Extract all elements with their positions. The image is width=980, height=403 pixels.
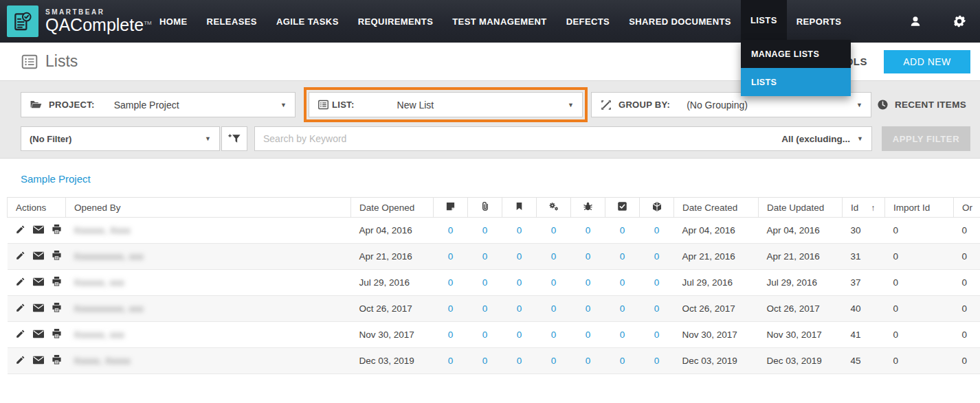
gear-icon[interactable]: [953, 14, 966, 28]
count-link[interactable]: 0: [448, 225, 454, 235]
column-paperclip-icon[interactable]: [468, 198, 502, 218]
nav-item-reports[interactable]: REPORTS: [787, 0, 851, 43]
count-link[interactable]: 0: [448, 356, 454, 366]
print-icon[interactable]: [52, 277, 62, 288]
email-icon[interactable]: [33, 225, 44, 236]
column-note-icon[interactable]: [434, 198, 468, 218]
nav-item-home[interactable]: HOME: [150, 0, 197, 43]
column-header-date-updated[interactable]: Date Updated: [759, 198, 843, 218]
print-icon[interactable]: [52, 251, 62, 262]
filter-dropdown[interactable]: (No Filter) ▼: [21, 126, 220, 151]
edit-icon[interactable]: [16, 303, 25, 314]
count-link[interactable]: 0: [517, 225, 522, 235]
count-link[interactable]: 0: [586, 251, 591, 262]
count-link[interactable]: 0: [620, 303, 625, 314]
count-link[interactable]: 0: [620, 330, 625, 340]
column-cube-icon[interactable]: [640, 198, 674, 218]
add-filter-button[interactable]: [221, 126, 247, 151]
count-link[interactable]: 0: [620, 277, 625, 288]
count-link[interactable]: 0: [517, 277, 522, 288]
count-link[interactable]: 0: [586, 303, 591, 314]
count-link[interactable]: 0: [448, 303, 454, 314]
email-icon[interactable]: [33, 277, 44, 288]
recent-items-button[interactable]: RECENT ITEMS: [877, 99, 970, 111]
menu-item-manage-lists[interactable]: MANAGE LISTS: [741, 40, 851, 68]
column-header-opened-by[interactable]: Opened By: [66, 198, 351, 218]
count-link[interactable]: 0: [517, 251, 522, 262]
project-group-link[interactable]: Sample Project: [21, 173, 91, 185]
count-link[interactable]: 0: [551, 356, 557, 366]
count-link[interactable]: 0: [448, 251, 454, 262]
column-header-date-opened[interactable]: Date Opened↑: [351, 198, 434, 218]
count-link[interactable]: 0: [551, 225, 557, 235]
opened-by-redacted: Xxxxxx, xxx: [66, 270, 351, 296]
email-icon[interactable]: [33, 356, 44, 367]
count-link[interactable]: 0: [620, 251, 625, 262]
edit-icon[interactable]: [16, 329, 25, 341]
apply-filter-button[interactable]: APPLY FILTER: [882, 126, 970, 151]
count-link[interactable]: 0: [448, 277, 454, 288]
count-link[interactable]: 0: [586, 277, 591, 288]
count-link[interactable]: 0: [482, 356, 488, 366]
column-header-actions[interactable]: Actions: [8, 198, 66, 218]
print-icon[interactable]: [52, 329, 62, 341]
count-link[interactable]: 0: [654, 251, 660, 262]
count-link[interactable]: 0: [654, 277, 660, 288]
list-dropdown[interactable]: LIST: New List ▼: [309, 92, 583, 117]
count-link[interactable]: 0: [517, 303, 522, 314]
count-link[interactable]: 0: [654, 356, 660, 366]
column-bookmark-icon[interactable]: [502, 198, 537, 218]
column-bug-icon[interactable]: [571, 198, 605, 218]
email-icon[interactable]: [33, 330, 44, 341]
count-link[interactable]: 0: [482, 330, 488, 340]
count-link[interactable]: 0: [482, 303, 488, 314]
count-link[interactable]: 0: [654, 330, 660, 340]
count-link[interactable]: 0: [620, 225, 625, 235]
edit-icon[interactable]: [16, 224, 25, 236]
nav-item-shared-documents[interactable]: SHARED DOCUMENTS: [619, 0, 741, 43]
count-link[interactable]: 0: [482, 277, 488, 288]
print-icon[interactable]: [52, 355, 62, 367]
count-link[interactable]: 0: [586, 225, 591, 235]
count-link[interactable]: 0: [551, 277, 557, 288]
print-icon[interactable]: [52, 303, 62, 314]
count-link[interactable]: 0: [448, 330, 454, 340]
count-link[interactable]: 0: [517, 330, 522, 340]
column-gears-icon[interactable]: [537, 198, 571, 218]
edit-icon[interactable]: [16, 355, 25, 367]
search-input[interactable]: [263, 133, 781, 144]
menu-item-lists[interactable]: LISTS: [741, 68, 851, 96]
project-dropdown[interactable]: PROJECT: Sample Project ▼: [21, 92, 296, 117]
add-new-button[interactable]: ADD NEW: [884, 50, 970, 73]
nav-item-releases[interactable]: RELEASES: [197, 0, 267, 43]
nav-item-agile-tasks[interactable]: AGILE TASKS: [267, 0, 348, 43]
print-icon[interactable]: [52, 224, 62, 236]
edit-icon[interactable]: [16, 251, 25, 262]
column-header-id[interactable]: Id↑: [843, 198, 885, 218]
count-link[interactable]: 0: [586, 356, 591, 366]
column-check-square-icon[interactable]: [605, 198, 640, 218]
nav-item-test-management[interactable]: TEST MANAGEMENT: [443, 0, 556, 43]
count-link[interactable]: 0: [551, 251, 557, 262]
column-header-date-created[interactable]: Date Created: [674, 198, 759, 218]
count-link[interactable]: 0: [654, 303, 660, 314]
count-link[interactable]: 0: [482, 251, 488, 262]
count-link[interactable]: 0: [551, 303, 557, 314]
count-link[interactable]: 0: [517, 356, 522, 366]
column-header-or[interactable]: Or: [954, 198, 980, 218]
count-link[interactable]: 0: [586, 330, 591, 340]
nav-item-lists[interactable]: LISTSMANAGE LISTSLISTS: [741, 0, 787, 43]
nav-item-requirements[interactable]: REQUIREMENTS: [348, 0, 443, 43]
column-header-import-id[interactable]: Import Id: [885, 198, 954, 218]
brand[interactable]: SMARTBEAR QACompleteTM: [0, 0, 150, 43]
count-link[interactable]: 0: [551, 330, 557, 340]
edit-icon[interactable]: [16, 277, 25, 288]
email-icon[interactable]: [33, 251, 44, 262]
user-icon[interactable]: [909, 14, 922, 28]
count-link[interactable]: 0: [654, 225, 660, 235]
nav-item-defects[interactable]: DEFECTS: [557, 0, 619, 43]
count-link[interactable]: 0: [482, 225, 488, 235]
count-link[interactable]: 0: [620, 356, 625, 366]
search-scope-dropdown[interactable]: All (excluding... ▼: [781, 134, 863, 144]
email-icon[interactable]: [33, 303, 44, 314]
